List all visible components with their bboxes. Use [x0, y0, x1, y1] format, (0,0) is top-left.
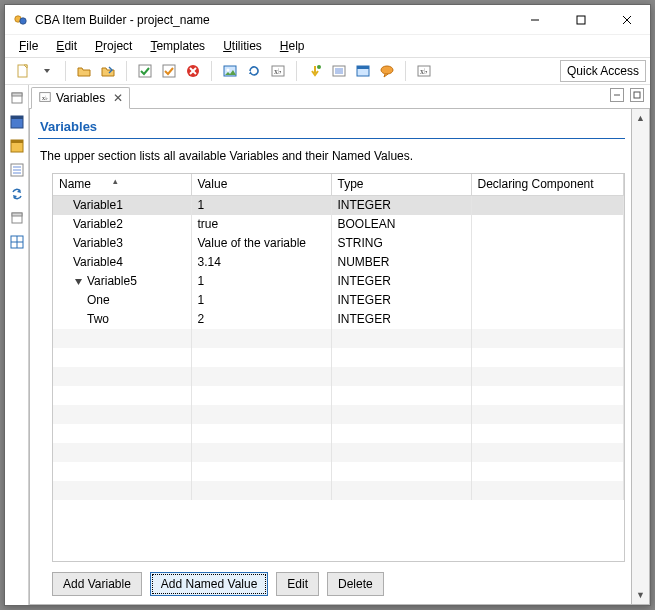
table-row	[53, 481, 624, 500]
cell-declaring	[471, 215, 624, 234]
minimize-button[interactable]	[512, 5, 558, 34]
menubar: File Edit Project Templates Utilities He…	[5, 35, 650, 57]
sidebar-grid-icon[interactable]	[8, 233, 26, 251]
cell-declaring	[471, 234, 624, 253]
panel-icon[interactable]	[352, 60, 374, 82]
col-value[interactable]: Value	[191, 174, 331, 196]
restore-view-icon[interactable]	[8, 89, 26, 107]
tab-close-icon[interactable]: ✕	[113, 91, 123, 105]
variables-table-wrap: Name▴ Value Type Declaring Component Var…	[52, 173, 625, 562]
picture-icon[interactable]	[219, 60, 241, 82]
svg-rect-9	[139, 65, 151, 77]
scroll-up-icon[interactable]: ▲	[632, 109, 649, 127]
open-icon[interactable]	[73, 60, 95, 82]
add-named-value-button[interactable]: Add Named Value	[150, 572, 269, 596]
window-controls	[512, 5, 650, 34]
restore-view2-icon[interactable]	[8, 209, 26, 227]
cell-type: INTEGER	[331, 291, 471, 310]
col-declaring[interactable]: Declaring Component	[471, 174, 624, 196]
table-row[interactable]: One1INTEGER	[53, 291, 624, 310]
xb-icon[interactable]: x♭	[267, 60, 289, 82]
folder-out-icon[interactable]	[97, 60, 119, 82]
col-type[interactable]: Type	[331, 174, 471, 196]
quick-access-field[interactable]: Quick Access	[560, 60, 646, 82]
scroll-down-icon[interactable]: ▼	[632, 586, 649, 604]
error-icon[interactable]	[182, 60, 204, 82]
tab-maximize-icon[interactable]	[630, 88, 644, 102]
table-row[interactable]: Variable51INTEGER	[53, 272, 624, 291]
editor-body: Variables The upper section lists all av…	[29, 109, 632, 605]
app-window: CBA Item Builder - project_name File Edi…	[4, 4, 651, 606]
col-name[interactable]: Name▴	[53, 174, 191, 196]
svg-text:x♭: x♭	[42, 94, 48, 100]
cell-type: INTEGER	[331, 196, 471, 215]
table-row	[53, 462, 624, 481]
sidebar-sync-icon[interactable]	[8, 185, 26, 203]
cell-type: INTEGER	[331, 310, 471, 329]
button-row: Add Variable Add Named Value Edit Delete	[38, 562, 625, 596]
window-title: CBA Item Builder - project_name	[35, 13, 512, 27]
table-row	[53, 405, 624, 424]
variables-table[interactable]: Name▴ Value Type Declaring Component Var…	[53, 174, 624, 500]
menu-templates[interactable]: Templates	[142, 37, 213, 55]
sort-indicator-icon: ▴	[113, 176, 118, 186]
table-row[interactable]: Variable3Value of the variableSTRING	[53, 234, 624, 253]
cell-value: 1	[191, 291, 331, 310]
menu-utilities[interactable]: Utilities	[215, 37, 270, 55]
svg-text:x♭: x♭	[274, 67, 282, 76]
section-description: The upper section lists all available Va…	[38, 143, 625, 173]
refresh-icon[interactable]	[243, 60, 265, 82]
tab-label: Variables	[56, 91, 105, 105]
list-icon[interactable]	[328, 60, 350, 82]
maximize-button[interactable]	[558, 5, 604, 34]
section-title: Variables	[38, 117, 625, 139]
cell-value: 1	[191, 196, 331, 215]
table-row[interactable]: Variable2trueBOOLEAN	[53, 215, 624, 234]
sidebar-panel-blue-icon[interactable]	[8, 113, 26, 131]
sidebar-panel-yellow-icon[interactable]	[8, 137, 26, 155]
cell-declaring	[471, 310, 624, 329]
table-row[interactable]: Variable11INTEGER	[53, 196, 624, 215]
cell-name: Variable1	[73, 198, 123, 212]
cell-type: BOOLEAN	[331, 215, 471, 234]
xb-tab-icon: x♭	[38, 90, 52, 107]
new-dropdown-icon[interactable]	[36, 60, 58, 82]
app-icon	[13, 12, 29, 28]
svg-point-1	[20, 17, 26, 23]
sidebar-list-icon[interactable]	[8, 161, 26, 179]
cell-type: NUMBER	[331, 253, 471, 272]
table-row[interactable]: Two2INTEGER	[53, 310, 624, 329]
svg-marker-50	[75, 279, 82, 285]
tab-variables[interactable]: x♭ Variables ✕	[31, 87, 130, 109]
check-green-icon[interactable]	[134, 60, 156, 82]
arrow-down-yellow-icon[interactable]	[304, 60, 326, 82]
table-header-row: Name▴ Value Type Declaring Component	[53, 174, 624, 196]
tab-minimize-icon[interactable]	[610, 88, 624, 102]
svg-rect-25	[357, 66, 369, 69]
menu-project[interactable]: Project	[87, 37, 140, 55]
cell-type: STRING	[331, 234, 471, 253]
left-sidebar	[5, 85, 29, 605]
editor-scrollbar[interactable]: ▲ ▼	[632, 109, 650, 605]
comment-icon[interactable]	[376, 60, 398, 82]
xb2-icon[interactable]: x♭	[413, 60, 435, 82]
expand-icon[interactable]	[73, 276, 83, 286]
cell-type: INTEGER	[331, 272, 471, 291]
menu-help[interactable]: Help	[272, 37, 313, 55]
check-orange-icon[interactable]	[158, 60, 180, 82]
delete-button[interactable]: Delete	[327, 572, 384, 596]
table-row	[53, 329, 624, 348]
svg-marker-16	[249, 71, 252, 74]
add-variable-button[interactable]: Add Variable	[52, 572, 142, 596]
table-row[interactable]: Variable43.14NUMBER	[53, 253, 624, 272]
svg-rect-34	[11, 140, 23, 143]
table-row	[53, 386, 624, 405]
new-icon[interactable]	[12, 60, 34, 82]
menu-edit[interactable]: Edit	[48, 37, 85, 55]
menu-file[interactable]: File	[11, 37, 46, 55]
close-button[interactable]	[604, 5, 650, 34]
edit-button[interactable]: Edit	[276, 572, 319, 596]
table-row	[53, 348, 624, 367]
svg-point-15	[227, 69, 230, 72]
cell-declaring	[471, 253, 624, 272]
